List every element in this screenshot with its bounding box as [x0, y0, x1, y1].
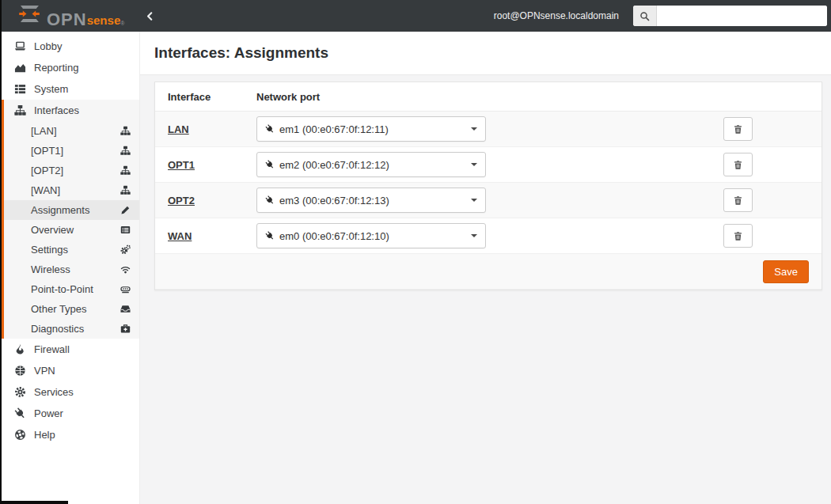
opnsense-logo[interactable]: OPN sense ® — [17, 5, 124, 28]
sidebar-subitem-label: [LAN] — [31, 125, 57, 137]
sidebar-subitem-label: [WAN] — [31, 184, 60, 196]
wifi-icon — [120, 264, 131, 275]
sidebar-section-interfaces-expanded: Interfaces [LAN] [OPT1] [OPT2] [WAN] Ass… — [2, 100, 139, 339]
sidebar-item-label: Power — [34, 407, 63, 419]
sidebar-subitem-label: Wireless — [31, 263, 70, 275]
logo-text-opn: OPN — [47, 12, 87, 28]
sidebar-item-system[interactable]: System — [2, 78, 139, 100]
assignments-panel: Interface Network port LAN em1 (00:e0:67 — [154, 81, 822, 290]
medkit-icon — [120, 324, 131, 334]
save-row: Save — [155, 254, 822, 290]
trash-icon — [733, 231, 743, 241]
network-port-select-opt1[interactable]: em2 (00:e0:67:0f:12:12) — [256, 152, 486, 177]
network-port-value: em2 (00:e0:67:0f:12:12) — [279, 159, 389, 171]
interface-link-lan[interactable]: LAN — [168, 123, 189, 135]
sidebar-subitem-label: [OPT2] — [31, 165, 63, 176]
sitemap-icon — [120, 126, 131, 136]
sidebar-item-lan[interactable]: [LAN] — [4, 121, 139, 141]
logged-in-user: root@OPNsense.localdomain — [494, 10, 619, 21]
sidebar-item-label: Firewall — [34, 343, 70, 355]
caret-down-icon — [471, 127, 477, 131]
laptop-icon — [13, 40, 27, 53]
caret-down-icon — [471, 234, 477, 237]
globe-icon — [13, 365, 27, 377]
column-header-network-port: Network port — [244, 82, 636, 112]
page-title-bar: Interfaces: Assignments — [140, 32, 831, 75]
delete-interface-button[interactable] — [723, 188, 753, 212]
plug-icon — [265, 124, 275, 134]
search-icon — [633, 6, 657, 26]
opnsense-logo-icon — [17, 5, 41, 26]
sidebar-collapse-button[interactable] — [145, 11, 155, 21]
table-row: LAN em1 (00:e0:67:0f:12:11) — [155, 112, 822, 147]
sidebar-item-assignments[interactable]: Assignments — [4, 200, 139, 220]
delete-interface-button[interactable] — [723, 224, 753, 248]
delete-interface-button[interactable] — [723, 153, 753, 176]
sidebar-item-opt2[interactable]: [OPT2] — [4, 161, 139, 180]
content-area: Interface Network port LAN em1 (00:e0:67 — [140, 75, 831, 290]
delete-interface-button[interactable] — [723, 117, 753, 141]
sidebar-subitem-label: Point-to-Point — [31, 283, 93, 295]
sidebar-item-overview[interactable]: Overview — [4, 220, 139, 240]
sidebar-item-vpn[interactable]: VPN — [2, 360, 139, 381]
sidebar-item-wireless[interactable]: Wireless — [4, 260, 139, 279]
sidebar-item-label: Services — [34, 386, 74, 398]
save-button[interactable]: Save — [763, 260, 809, 283]
life-ring-icon — [13, 429, 27, 441]
logo-trademark: ® — [120, 20, 124, 28]
sidebar-item-label: Lobby — [34, 40, 62, 52]
sidebar-subitem-label: [OPT1] — [31, 145, 63, 157]
sidebar-item-point-to-point[interactable]: Point-to-Point — [4, 279, 139, 299]
interface-link-opt2[interactable]: OPT2 — [168, 195, 195, 207]
modem-icon — [120, 284, 131, 294]
sidebar-item-wan[interactable]: [WAN] — [4, 180, 139, 200]
sidebar-item-interfaces[interactable]: Interfaces — [4, 100, 139, 121]
assignments-table: Interface Network port LAN em1 (00:e0:67 — [155, 82, 822, 290]
gears-icon — [120, 244, 131, 255]
opnsense-app-window: OPN sense ® root@OPNsense.localdomain Lo… — [0, 0, 831, 504]
network-port-value: em1 (00:e0:67:0f:12:11) — [279, 123, 389, 135]
trash-icon — [733, 124, 743, 135]
sidebar-subitem-label: Assignments — [31, 204, 89, 216]
sidebar-item-services[interactable]: Services — [2, 381, 139, 403]
plug-icon — [265, 195, 275, 205]
logo-text-sense: sense — [87, 13, 121, 28]
gear-icon — [13, 386, 27, 399]
network-port-value: em3 (00:e0:67:0f:12:13) — [279, 195, 389, 207]
sidebar-nav: Lobby Reporting System Interfaces [LAN] … — [2, 32, 140, 504]
table-header-row: Interface Network port — [155, 82, 822, 112]
sidebar-item-label: System — [34, 83, 68, 95]
global-search — [633, 6, 827, 26]
sidebar-item-lobby[interactable]: Lobby — [2, 36, 139, 57]
list-alt-icon — [120, 225, 131, 235]
sidebar-item-help[interactable]: Help — [2, 424, 139, 445]
interface-link-opt1[interactable]: OPT1 — [168, 159, 195, 171]
fire-icon — [13, 343, 27, 356]
page-title: Interfaces: Assignments — [154, 44, 328, 62]
inbox-icon — [120, 304, 131, 314]
column-header-actions — [636, 82, 822, 112]
sidebar-item-reporting[interactable]: Reporting — [2, 57, 139, 78]
sitemap-icon — [120, 185, 131, 195]
network-port-value: em0 (00:e0:67:0f:12:10) — [279, 230, 389, 242]
main-content: Interfaces: Assignments Interface Networ… — [140, 32, 831, 504]
sidebar-item-other-types[interactable]: Other Types — [4, 299, 139, 319]
caret-down-icon — [471, 199, 477, 202]
caret-down-icon — [471, 163, 477, 166]
network-port-select-lan[interactable]: em1 (00:e0:67:0f:12:11) — [256, 116, 486, 142]
sidebar-item-settings[interactable]: Settings — [4, 240, 139, 260]
sidebar-item-label: Reporting — [34, 62, 78, 74]
plug-icon — [13, 407, 27, 420]
sidebar-item-opt1[interactable]: [OPT1] — [4, 141, 139, 161]
table-row: OPT2 em3 (00:e0:67:0f:12:13) — [155, 183, 822, 218]
column-header-interface: Interface — [155, 82, 244, 112]
network-port-select-wan[interactable]: em0 (00:e0:67:0f:12:10) — [256, 223, 486, 248]
sidebar-item-power[interactable]: Power — [2, 403, 139, 424]
chevron-left-icon — [145, 11, 155, 21]
sitemap-icon — [120, 146, 131, 156]
search-input[interactable] — [657, 6, 827, 26]
interface-link-wan[interactable]: WAN — [168, 230, 192, 242]
network-port-select-opt2[interactable]: em3 (00:e0:67:0f:12:13) — [256, 188, 486, 213]
sidebar-item-firewall[interactable]: Firewall — [2, 339, 139, 360]
sidebar-item-diagnostics[interactable]: Diagnostics — [4, 319, 139, 339]
